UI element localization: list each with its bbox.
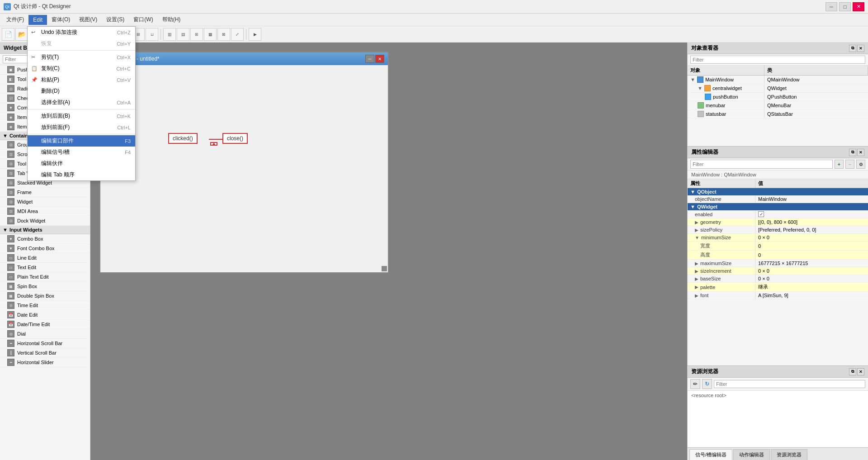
res-filter-input[interactable]: [714, 380, 865, 388]
toolbar-layout-h-button[interactable]: ▥: [163, 28, 176, 41]
prop-val-font[interactable]: A [SimSun, 9]: [755, 292, 868, 299]
prop-group-qwidget[interactable]: ▼ QWidget: [688, 203, 868, 210]
obj-row-pushbutton[interactable]: pushButton QPushButton: [688, 93, 868, 101]
edit-menu-paste[interactable]: 📌 粘贴(P) Ctrl+V: [28, 74, 135, 85]
maximumsize-toggle[interactable]: ▶: [695, 261, 698, 266]
edit-menu-editbuddies[interactable]: 编辑伙伴: [28, 158, 135, 169]
tab-actions[interactable]: 动作编辑器: [733, 449, 770, 460]
geometry-toggle[interactable]: ▶: [695, 220, 698, 225]
obj-row-mainwindow[interactable]: ▼ MainWindow QMainWindow: [688, 76, 868, 84]
prop-close-button[interactable]: ✕: [857, 149, 864, 156]
maximize-button[interactable]: □: [839, 2, 851, 11]
widget-item-double-spin-box[interactable]: ▦ Double Spin Box: [0, 291, 90, 301]
obj-float-button[interactable]: ⧉: [849, 45, 856, 52]
tab-resources[interactable]: 资源浏览器: [771, 449, 807, 460]
prop-row-width-min[interactable]: 宽度 0: [688, 242, 868, 251]
edit-menu-selectall[interactable]: 选择全部(A) Ctrl+A: [28, 97, 135, 108]
widget-item-line-edit[interactable]: ▭ Line Edit: [0, 253, 90, 263]
prop-val-enabled[interactable]: [755, 210, 868, 218]
edit-menu-bringfront[interactable]: 放到前面(F) Ctrl+L: [28, 122, 135, 133]
widget-item-mdi-area[interactable]: ⊡ MDI Area: [0, 207, 90, 216]
obj-row-centralwidget[interactable]: ▼ centralwidget QWidget: [688, 84, 868, 93]
edit-menu-edittaborder[interactable]: 编辑 Tab 顺序: [28, 169, 135, 180]
edit-menu-undo[interactable]: ↩ Undo 添加连接 Ctrl+Z: [28, 27, 135, 38]
edit-menu-sendback[interactable]: 放到后面(B) Ctrl+K: [28, 110, 135, 122]
edit-menu-cut[interactable]: ✂ 剪切(T) Ctrl+X: [28, 52, 135, 63]
tab-signals[interactable]: 信号/槽编辑器: [689, 449, 732, 460]
signal-clicked-box[interactable]: clicked(): [168, 133, 198, 144]
prop-val-sizeincrement[interactable]: 0 × 0: [755, 267, 868, 275]
prop-row-maximumSize[interactable]: ▶ maximumSize 16777215 × 16777215: [688, 260, 868, 267]
obj-filter-input[interactable]: [690, 56, 865, 64]
font-toggle[interactable]: ▶: [695, 293, 698, 298]
obj-centralwidget-toggle[interactable]: ▼: [698, 85, 703, 91]
prop-float-button[interactable]: ⧉: [849, 149, 856, 156]
category-input-widgets[interactable]: ▼ Input Widgets: [0, 226, 90, 234]
menu-edit[interactable]: Edit: [28, 15, 47, 25]
widget-item-dial[interactable]: ◎ Dial: [0, 329, 90, 339]
prop-val-basesize[interactable]: 0 × 0: [755, 275, 868, 282]
prop-val-palette[interactable]: 继承: [755, 283, 868, 291]
minimumsize-toggle[interactable]: ▼: [695, 235, 699, 240]
widget-item-h-scroll-bar[interactable]: ━ Horizontal Scroll Bar: [0, 339, 90, 348]
minimize-button[interactable]: ─: [826, 2, 837, 11]
widget-item-time-edit[interactable]: ⊙ Time Edit: [0, 301, 90, 310]
prop-row-palette[interactable]: ▶ palette 继承: [688, 283, 868, 292]
app-close-button[interactable]: ✕: [853, 2, 864, 11]
widget-item-font-combo-box[interactable]: ▼ Font Combo Box: [0, 244, 90, 253]
enabled-checkbox[interactable]: [758, 211, 764, 217]
toolbar-layout-grid-button[interactable]: ⊞: [190, 28, 203, 41]
widget-item-text-edit[interactable]: ▭ Text Edit: [0, 263, 90, 272]
toolbar-open-button[interactable]: 📂: [15, 28, 28, 41]
slot-close-box[interactable]: close(): [222, 133, 248, 144]
widget-item-v-scroll-bar[interactable]: ┃ Vertical Scroll Bar: [0, 348, 90, 358]
prop-val-maximumsize[interactable]: 16777215 × 16777215: [755, 260, 868, 267]
prop-group-qobject[interactable]: ▼ QObject: [688, 188, 868, 195]
prop-val-height-min[interactable]: 0: [755, 251, 868, 259]
menu-help[interactable]: 帮助(H): [158, 14, 185, 25]
prop-row-objectName[interactable]: objectName MainWindow: [688, 195, 868, 203]
prop-row-geometry[interactable]: ▶ geometry [(0, 0), 800 × 600]: [688, 218, 868, 226]
prop-val-sizepolicy[interactable]: [Preferred, Preferred, 0, 0]: [755, 226, 868, 233]
res-close-button[interactable]: ✕: [857, 368, 864, 375]
prop-row-height-min[interactable]: 高度 0: [688, 251, 868, 260]
toolbar-new-button[interactable]: 📄: [2, 28, 14, 41]
prop-config-button[interactable]: ⚙: [856, 160, 865, 169]
palette-toggle[interactable]: ▶: [695, 285, 698, 289]
edit-menu-editsignals[interactable]: 编辑信号/槽 F4: [28, 147, 135, 158]
prop-row-font[interactable]: ▶ font A [SimSun, 9]: [688, 292, 868, 299]
resize-handle[interactable]: [382, 266, 387, 271]
prop-val-minimumsize[interactable]: 0 × 0: [755, 234, 868, 241]
prop-row-baseSize[interactable]: ▶ baseSize 0 × 0: [688, 275, 868, 283]
widget-item-plain-text-edit[interactable]: ▭ Plain Text Edit: [0, 272, 90, 282]
menu-settings[interactable]: 设置(S): [102, 14, 129, 25]
menu-file[interactable]: 文件(F): [2, 14, 28, 25]
menu-view[interactable]: 视图(V): [75, 14, 102, 25]
prop-val-geometry[interactable]: [(0, 0), 800 × 600]: [755, 218, 868, 226]
res-pencil-button[interactable]: ✏: [690, 379, 700, 389]
prop-row-sizeIncrement[interactable]: ▶ sizeIncrement 0 × 0: [688, 267, 868, 275]
obj-mainwindow-toggle[interactable]: ▼: [690, 77, 695, 82]
edit-menu-redo[interactable]: 恢复 Ctrl+Y: [28, 38, 135, 49]
toolbar-preview-button[interactable]: ▶: [249, 28, 261, 41]
widget-item-h-slider[interactable]: ━ Horizontal Slider: [0, 358, 90, 367]
toolbar-break-layout-button[interactable]: ⊠: [217, 28, 230, 41]
widget-item-dock-widget[interactable]: ⊡ Dock Widget: [0, 216, 90, 226]
mw-close-button[interactable]: ✕: [375, 55, 384, 63]
res-refresh-button[interactable]: ↻: [702, 379, 712, 389]
toolbar-layout-v-button[interactable]: ▤: [177, 28, 189, 41]
prop-val-width-min[interactable]: 0: [755, 242, 868, 250]
edit-menu-editwidget[interactable]: 编辑窗口部件 F3: [28, 135, 135, 147]
basesize-toggle[interactable]: ▶: [695, 276, 698, 281]
prop-add-button[interactable]: +: [835, 160, 844, 169]
widget-item-date-edit[interactable]: 📅 Date Edit: [0, 310, 90, 320]
toolbar-layout-form-button[interactable]: ▦: [204, 28, 217, 41]
widget-item-widget[interactable]: ⊡ Widget: [0, 197, 90, 207]
obj-row-statusbar[interactable]: statusbar QStatusBar: [688, 110, 868, 119]
menu-window[interactable]: 窗口(W): [129, 14, 157, 25]
edit-menu-copy[interactable]: 📋 复制(C) Ctrl+C: [28, 63, 135, 74]
widget-item-combo-box2[interactable]: ▼ Combo Box: [0, 234, 90, 244]
prop-val-objectname[interactable]: MainWindow: [755, 195, 868, 203]
widget-item-spin-box[interactable]: ▦ Spin Box: [0, 282, 90, 291]
sizepolicy-toggle[interactable]: ▶: [695, 228, 698, 232]
